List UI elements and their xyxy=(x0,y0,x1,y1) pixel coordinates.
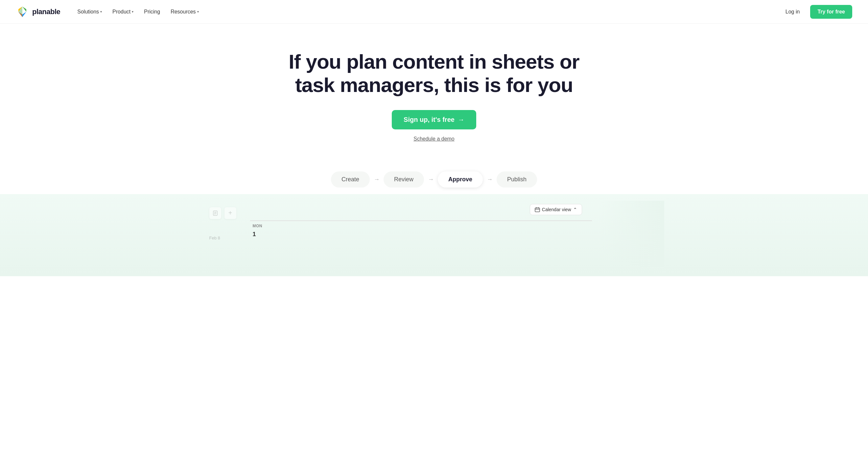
tab-create[interactable]: Create xyxy=(331,171,370,188)
login-button[interactable]: Log in xyxy=(780,6,805,18)
logo-icon xyxy=(16,5,29,19)
tab-publish[interactable]: Publish xyxy=(497,171,537,188)
solutions-chevron-icon: ▾ xyxy=(100,10,102,13)
navbar-right: Log in Try for free xyxy=(780,5,852,19)
nav-product[interactable]: Product ▾ xyxy=(108,6,137,18)
nav-resources[interactable]: Resources ▾ xyxy=(167,6,203,18)
arrow-1: → xyxy=(372,176,381,183)
demo-icon-row: + xyxy=(209,207,238,219)
svg-marker-0 xyxy=(22,7,26,12)
calendar-header: Calendar view ⌃ xyxy=(250,204,592,215)
logo[interactable]: planable xyxy=(16,5,60,19)
schedule-demo-link[interactable]: Schedule a demo xyxy=(413,136,455,142)
arrow-3: → xyxy=(486,176,494,183)
signup-button[interactable]: Sign up, it's free → xyxy=(392,110,476,129)
demo-area: + Feb 8 Calendar view ⌃ xyxy=(0,194,868,276)
nav-solutions[interactable]: Solutions ▾ xyxy=(73,6,106,18)
navbar: planable Solutions ▾ Product ▾ Pricing R… xyxy=(0,0,868,24)
signup-arrow-icon: → xyxy=(458,116,464,124)
hero-section: If you plan content in sheets or task ma… xyxy=(0,24,868,171)
document-icon xyxy=(209,207,221,219)
demo-date-label: Feb 8 xyxy=(209,235,238,240)
calendar-icon xyxy=(535,207,540,212)
workflow-tabs: Create → Review → Approve → Publish xyxy=(0,171,868,194)
product-chevron-icon: ▾ xyxy=(132,10,133,13)
navbar-left: planable Solutions ▾ Product ▾ Pricing R… xyxy=(16,5,203,19)
calendar-toggle-icon: ⌃ xyxy=(573,207,577,212)
arrow-2: → xyxy=(427,176,435,183)
add-icon[interactable]: + xyxy=(224,207,236,219)
hero-title: If you plan content in sheets or task ma… xyxy=(286,50,582,97)
nav-pricing[interactable]: Pricing xyxy=(140,6,164,18)
nav-links: Solutions ▾ Product ▾ Pricing Resources … xyxy=(73,6,203,18)
tab-approve[interactable]: Approve xyxy=(438,171,483,188)
svg-marker-3 xyxy=(22,12,26,17)
calendar-view-button[interactable]: Calendar view ⌃ xyxy=(530,204,582,215)
resources-chevron-icon: ▾ xyxy=(197,10,199,13)
demo-bottom-fade xyxy=(0,257,868,276)
tab-review[interactable]: Review xyxy=(383,171,424,188)
logo-text: planable xyxy=(32,7,60,16)
demo-left-panel: + Feb 8 xyxy=(204,201,244,247)
hero-cta: Sign up, it's free → Schedule a demo xyxy=(16,110,852,142)
try-for-free-button[interactable]: Try for free xyxy=(810,5,852,19)
svg-rect-9 xyxy=(535,208,540,212)
